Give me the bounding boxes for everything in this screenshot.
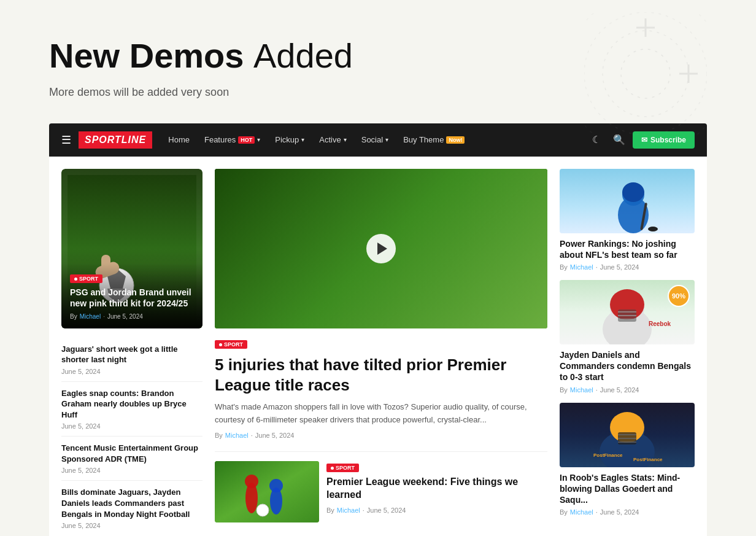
main-article-author[interactable]: Michael bbox=[225, 432, 249, 439]
news-item-1-date: June 5, 2024 bbox=[61, 368, 202, 375]
nav-active[interactable]: Active ▾ bbox=[313, 131, 352, 148]
hero-section: New Demos Added More demos will be added… bbox=[0, 0, 756, 117]
main-article-title: 5 injuries that have tilted prior Premie… bbox=[215, 355, 547, 395]
second-article-title: Premier League weekend: Five things we l… bbox=[326, 476, 547, 502]
news-item-1[interactable]: Jaguars' short week got a little shorter… bbox=[61, 338, 202, 382]
score-badge: 90% bbox=[668, 285, 690, 307]
nav-buy-label: Buy Theme bbox=[403, 135, 444, 144]
featured-card[interactable]: SPORT PSG and Jordan Brand unveil new pi… bbox=[61, 169, 202, 328]
second-article-date: June 5, 2024 bbox=[367, 507, 406, 514]
hamburger-icon[interactable]: ☰ bbox=[61, 133, 71, 147]
card-badge-label: SPORT bbox=[79, 276, 98, 282]
site-logo[interactable]: SPORTLINE bbox=[79, 131, 152, 149]
right-card-1-meta: By Michael · June 5, 2024 bbox=[560, 263, 695, 271]
second-article-badge: SPORT bbox=[326, 464, 359, 472]
svg-rect-23 bbox=[215, 169, 547, 200]
svg-point-1 bbox=[603, 31, 688, 117]
second-badge-label: SPORT bbox=[336, 465, 355, 471]
rc1-author[interactable]: Michael bbox=[570, 263, 593, 271]
social-chevron: ▾ bbox=[385, 136, 388, 143]
rc1-dot: · bbox=[596, 263, 598, 271]
news-item-2-date: June 5, 2024 bbox=[61, 422, 202, 430]
svg-point-19 bbox=[469, 249, 488, 298]
hero-title-light: Added bbox=[253, 36, 353, 75]
center-column: SPORT 5 injuries that have tilted prior … bbox=[215, 169, 547, 535]
right-card-1-image bbox=[560, 169, 695, 233]
main-article-image[interactable] bbox=[215, 169, 547, 328]
right-card-3-image: PostFinance PostFinance bbox=[560, 403, 695, 467]
news-item-3-title: Tencent Music Entertainment Group Sponso… bbox=[61, 443, 202, 464]
card-overlay: SPORT PSG and Jordan Brand unveil new pi… bbox=[61, 263, 202, 328]
news-item-4-date: June 5, 2024 bbox=[61, 522, 202, 529]
nav-home[interactable]: Home bbox=[162, 131, 196, 148]
nav-buy-theme[interactable]: Buy Theme Now! bbox=[397, 131, 471, 148]
rc3-by: By bbox=[560, 508, 568, 516]
play-button[interactable] bbox=[366, 234, 396, 263]
second-by-label: By bbox=[326, 507, 334, 514]
nav-features[interactable]: Features Hot ▾ bbox=[198, 131, 266, 148]
features-chevron: ▾ bbox=[257, 136, 260, 143]
active-chevron: ▾ bbox=[344, 136, 347, 143]
svg-point-20 bbox=[469, 236, 488, 255]
subscribe-label: Subscribe bbox=[650, 136, 686, 144]
right-card-3[interactable]: PostFinance PostFinance In Roob's Eagles… bbox=[560, 403, 695, 516]
nav-active-label: Active bbox=[319, 135, 341, 144]
left-column: SPORT PSG and Jordan Brand unveil new pi… bbox=[61, 169, 202, 535]
nav-home-label: Home bbox=[168, 135, 190, 144]
nav-features-label: Features bbox=[204, 135, 236, 144]
svg-point-26 bbox=[245, 475, 258, 488]
news-item-3[interactable]: Tencent Music Entertainment Group Sponso… bbox=[61, 437, 202, 481]
rc3-author[interactable]: Michael bbox=[570, 508, 593, 516]
nav-social[interactable]: Social ▾ bbox=[355, 131, 395, 148]
second-article-content: SPORT Premier League weekend: Five thing… bbox=[326, 461, 547, 514]
second-article-image bbox=[215, 461, 319, 522]
svg-point-33 bbox=[622, 182, 644, 202]
rc2-date: June 5, 2024 bbox=[600, 386, 639, 394]
news-item-3-date: June 5, 2024 bbox=[61, 467, 202, 474]
buy-now-badge: Now! bbox=[446, 136, 465, 144]
right-card-2[interactable]: Reebok 90% Jayden Daniels and Commanders… bbox=[560, 280, 695, 394]
svg-text:Reebok: Reebok bbox=[649, 320, 671, 327]
hero-title-bold: New Demos bbox=[49, 36, 244, 75]
rc1-by: By bbox=[560, 263, 568, 271]
svg-point-21 bbox=[486, 293, 508, 315]
right-card-2-title: Jayden Daniels and Commanders condemn Be… bbox=[560, 349, 695, 383]
subscribe-envelope-icon: ✉ bbox=[641, 136, 647, 144]
second-article-meta: By Michael · June 5, 2024 bbox=[326, 507, 547, 514]
svg-text:PostFinance: PostFinance bbox=[633, 457, 663, 462]
second-dot: · bbox=[363, 507, 364, 514]
rc3-dot: · bbox=[596, 508, 598, 516]
news-item-2[interactable]: Eagles snap counts: Brandon Graham nearl… bbox=[61, 382, 202, 437]
right-card-3-title: In Roob's Eagles Stats: Mind-blowing Dal… bbox=[560, 472, 695, 506]
main-article-date: June 5, 2024 bbox=[255, 432, 295, 439]
main-badge-label: SPORT bbox=[224, 341, 243, 348]
svg-point-28 bbox=[269, 479, 283, 492]
right-card-3-meta: By Michael · June 5, 2024 bbox=[560, 508, 695, 516]
main-by-label: By bbox=[215, 432, 223, 439]
rc2-by: By bbox=[560, 386, 568, 394]
card-sport-badge: SPORT bbox=[70, 274, 102, 283]
nav-pickup[interactable]: Pickup ▾ bbox=[269, 131, 310, 148]
card-by-label: By bbox=[70, 313, 77, 320]
svg-point-0 bbox=[621, 49, 670, 98]
rc2-author[interactable]: Michael bbox=[570, 386, 593, 394]
pickup-chevron: ▾ bbox=[301, 136, 304, 143]
right-card-2-image: Reebok 90% bbox=[560, 280, 695, 344]
card-dot: · bbox=[103, 313, 105, 320]
news-item-4[interactable]: Bills dominate Jaguars, Jayden Daniels l… bbox=[61, 481, 202, 535]
second-article-author[interactable]: Michael bbox=[337, 507, 360, 514]
news-list: Jaguars' short week got a little shorter… bbox=[61, 338, 202, 535]
svg-text:PostFinance: PostFinance bbox=[593, 452, 623, 458]
card-date: June 5, 2024 bbox=[107, 313, 143, 320]
right-card-2-meta: By Michael · June 5, 2024 bbox=[560, 386, 695, 394]
svg-point-35 bbox=[648, 227, 658, 231]
features-badge: Hot bbox=[238, 136, 255, 144]
content-area: SPORT PSG and Jordan Brand unveil new pi… bbox=[49, 157, 707, 536]
news-item-1-title: Jaguars' short week got a little shorter… bbox=[61, 344, 202, 365]
card-author[interactable]: Michael bbox=[80, 313, 101, 320]
rc1-date: June 5, 2024 bbox=[600, 263, 639, 271]
right-card-1[interactable]: Power Rankings: No joshing about NFL's b… bbox=[560, 169, 695, 271]
second-article[interactable]: SPORT Premier League weekend: Five thing… bbox=[215, 451, 547, 522]
nav-pickup-label: Pickup bbox=[275, 135, 299, 144]
decorative-dots bbox=[584, 12, 707, 135]
